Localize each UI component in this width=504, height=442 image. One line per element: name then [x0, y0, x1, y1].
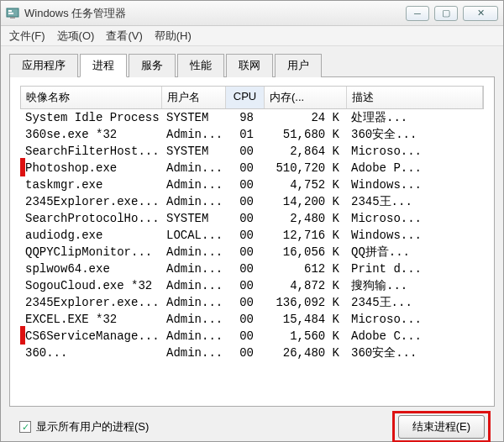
titlebar[interactable]: Windows 任务管理器 ─ ▢ ✕ [1, 1, 503, 26]
table-row[interactable]: SogouCloud.exe *32Admin...004,872 K搜狗输..… [20, 277, 484, 294]
col-user[interactable]: 用户名 [162, 87, 226, 108]
cell-mem: 2,864 K [264, 145, 346, 158]
table-row[interactable]: QQPYClipMonitor...Admin...0016,056 KQQ拼音… [20, 244, 484, 260]
cell-desc: Adobe C... [346, 329, 484, 343]
cell-name: Photoshop.exe [20, 161, 161, 175]
cell-desc: Windows... [346, 178, 484, 192]
cell-cpu: 00 [225, 262, 264, 276]
cell-user: Admin... [161, 346, 225, 360]
menu-view[interactable]: 查看(V) [106, 29, 142, 44]
cell-mem: 14,200 K [264, 195, 346, 208]
show-all-users-checkbox[interactable]: ✓ 显示所有用户的进程(S) [19, 419, 149, 434]
maximize-button[interactable]: ▢ [434, 6, 458, 21]
table-row[interactable]: splwow64.exeAdmin...00612 KPrint d... [20, 260, 484, 277]
menu-options[interactable]: 选项(O) [57, 29, 95, 44]
cell-cpu: 00 [225, 178, 264, 192]
table-row[interactable]: taskmgr.exeAdmin...004,752 KWindows... [20, 176, 484, 193]
content-area: 应用程序 进程 服务 性能 联网 用户 映像名称 用户名 CPU 内存(... … [1, 46, 503, 442]
cell-mem: 612 K [264, 262, 346, 276]
cell-user: Admin... [161, 279, 225, 292]
col-description[interactable]: 描述 [347, 87, 483, 108]
cell-cpu: 00 [225, 245, 264, 259]
cell-user: SYSTEM [161, 145, 225, 158]
cell-desc: Adobe P... [346, 161, 484, 175]
cell-cpu: 00 [225, 279, 264, 292]
cell-mem: 24 K [264, 111, 346, 124]
cell-name: SearchProtocolHo... [20, 212, 161, 225]
cell-cpu: 98 [225, 111, 264, 124]
col-cpu[interactable]: CPU [226, 87, 265, 108]
cell-desc: 2345王... [346, 295, 484, 310]
cell-desc: 2345王... [346, 194, 484, 209]
tab-networking[interactable]: 联网 [226, 54, 273, 77]
cell-name: SearchFilterHost... [20, 145, 161, 158]
cell-name: CS6ServiceManage... [20, 329, 161, 343]
footer: ✓ 显示所有用户的进程(S) 结束进程(E) [9, 407, 495, 442]
show-all-users-label: 显示所有用户的进程(S) [36, 419, 149, 434]
cell-desc: Microso... [346, 212, 484, 225]
cell-user: Admin... [161, 178, 225, 192]
cell-user: Admin... [161, 296, 225, 309]
menu-help[interactable]: 帮助(H) [155, 29, 192, 44]
tab-applications[interactable]: 应用程序 [9, 54, 78, 77]
menu-file[interactable]: 文件(F) [9, 29, 45, 44]
cell-mem: 51,680 K [264, 128, 346, 141]
cell-name: 360... [20, 346, 161, 360]
table-row[interactable]: Photoshop.exeAdmin...00510,720 KAdobe P.… [20, 160, 484, 176]
cell-desc: 搜狗输... [346, 278, 484, 293]
table-body: System Idle ProcessSYSTEM9824 K处理器...360… [20, 109, 484, 361]
table-row[interactable]: 2345Explorer.exe...Admin...0014,200 K234… [20, 193, 484, 210]
cell-cpu: 00 [225, 296, 264, 309]
cell-mem: 510,720 K [264, 161, 346, 175]
cell-user: Admin... [161, 245, 225, 259]
cell-user: Admin... [161, 262, 225, 276]
tab-services[interactable]: 服务 [129, 54, 176, 77]
cell-name: EXCEL.EXE *32 [20, 313, 161, 326]
end-process-button[interactable]: 结束进程(E) [398, 415, 485, 439]
cell-desc: 360安全... [346, 345, 484, 360]
cell-desc: Microso... [346, 313, 484, 326]
task-manager-window: Windows 任务管理器 ─ ▢ ✕ 文件(F) 选项(O) 查看(V) 帮助… [0, 0, 504, 442]
cell-user: Admin... [161, 195, 225, 208]
tab-processes[interactable]: 进程 [80, 54, 127, 77]
cell-mem: 2,480 K [264, 212, 346, 225]
table-row[interactable]: 360...Admin...0026,480 K360安全... [20, 345, 484, 361]
menubar: 文件(F) 选项(O) 查看(V) 帮助(H) [1, 26, 503, 46]
window-title: Windows 任务管理器 [24, 6, 406, 21]
cell-cpu: 00 [225, 212, 264, 225]
cell-user: LOCAL... [161, 229, 225, 242]
cell-mem: 16,056 K [264, 245, 346, 259]
table-row[interactable]: SearchFilterHost...SYSTEM002,864 KMicros… [20, 143, 484, 160]
table-row[interactable]: EXCEL.EXE *32Admin...0015,484 KMicroso..… [20, 311, 484, 328]
table-row[interactable]: CS6ServiceManage...Admin...001,560 KAdob… [20, 328, 484, 345]
cell-cpu: 00 [225, 346, 264, 360]
cell-name: QQPYClipMonitor... [20, 245, 161, 259]
cell-cpu: 00 [225, 161, 264, 175]
app-icon [6, 7, 19, 20]
tab-performance[interactable]: 性能 [177, 54, 224, 77]
svg-rect-3 [10, 17, 15, 18]
close-button[interactable]: ✕ [463, 6, 498, 21]
cell-name: SogouCloud.exe *32 [20, 279, 161, 292]
tab-users[interactable]: 用户 [275, 54, 322, 77]
cell-mem: 15,484 K [264, 313, 346, 326]
table-header: 映像名称 用户名 CPU 内存(... 描述 [20, 86, 484, 109]
table-row[interactable]: 360se.exe *32Admin...0151,680 K360安全... [20, 126, 484, 143]
table-row[interactable]: audiodg.exeLOCAL...0012,716 KWindows... [20, 227, 484, 244]
cell-mem: 26,480 K [264, 346, 346, 360]
checkbox-icon: ✓ [19, 421, 31, 433]
table-row[interactable]: SearchProtocolHo...SYSTEM002,480 KMicros… [20, 210, 484, 227]
process-table: 映像名称 用户名 CPU 内存(... 描述 System Idle Proce… [9, 77, 495, 407]
col-memory[interactable]: 内存(... [265, 87, 347, 108]
table-row[interactable]: System Idle ProcessSYSTEM9824 K处理器... [20, 109, 484, 126]
cell-name: 360se.exe *32 [20, 128, 161, 141]
svg-rect-1 [8, 10, 12, 12]
cell-mem: 1,560 K [264, 329, 346, 343]
cell-mem: 136,092 K [264, 296, 346, 309]
cell-cpu: 00 [225, 145, 264, 158]
col-image-name[interactable]: 映像名称 [21, 87, 162, 108]
minimize-button[interactable]: ─ [406, 6, 429, 21]
cell-desc: 处理器... [346, 110, 484, 125]
cell-desc: QQ拼音... [346, 245, 484, 260]
table-row[interactable]: 2345Explorer.exe...Admin...00136,092 K23… [20, 294, 484, 311]
